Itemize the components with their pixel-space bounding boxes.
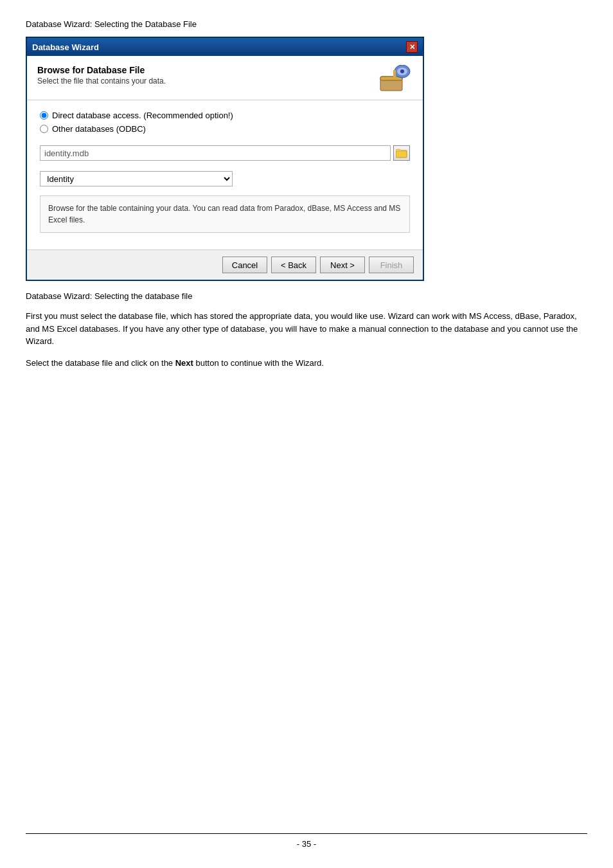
dialog-header-subtitle: Select the file that contains your data. [37,77,166,86]
paragraph-2: Select the database file and click on th… [26,357,587,370]
top-caption: Database Wizard: Selecting the Database … [26,19,587,29]
svg-rect-5 [393,70,396,78]
svg-rect-6 [396,150,407,158]
dialog-titlebar: Database Wizard ✕ [27,38,423,56]
svg-point-4 [400,69,404,73]
file-path-input[interactable] [40,145,391,161]
radio-direct-label[interactable]: Direct database access. (Recommended opt… [40,111,410,120]
dialog-header-text: Browse for Database File Select the file… [37,65,166,86]
dialog-header-title: Browse for Database File [37,65,166,75]
cancel-button[interactable]: Cancel [222,257,267,273]
info-text: Browse for the table containing your dat… [48,204,400,224]
wizard-icon [379,65,413,93]
dialog-header: Browse for Database File Select the file… [27,56,423,100]
database-wizard-dialog: Database Wizard ✕ Browse for Database Fi… [26,37,424,281]
radio-odbc-label[interactable]: Other databases (ODBC) [40,124,410,134]
access-type-radio-group: Direct database access. (Recommended opt… [40,111,410,134]
finish-button[interactable]: Finish [369,257,414,273]
page-number: - 35 - [26,833,587,849]
radio-odbc[interactable] [40,125,48,133]
dialog-body: Direct database access. (Recommended opt… [27,100,423,249]
radio-direct-text: Direct database access. (Recommended opt… [52,111,233,120]
file-row [40,145,410,161]
dialog-footer: Cancel < Back Next > Finish [27,249,423,280]
browse-button[interactable] [393,145,410,161]
back-button[interactable]: < Back [271,257,316,273]
folder-icon [396,148,407,158]
paragraph-1: First you must select the database file,… [26,310,587,348]
paragraph-2-bold: Next [175,358,193,368]
below-caption: Database Wizard: Selecting the database … [26,291,587,301]
info-box: Browse for the table containing your dat… [40,195,410,233]
dialog-title: Database Wizard [32,42,99,52]
paragraph-2-prefix: Select the database file and click on th… [26,358,175,368]
next-button[interactable]: Next > [320,257,365,273]
radio-odbc-text: Other databases (ODBC) [52,124,146,134]
dialog-close-button[interactable]: ✕ [406,41,418,53]
radio-direct[interactable] [40,111,48,120]
table-dropdown[interactable]: Identity [40,171,233,186]
paragraph-2-suffix: button to continue with the Wizard. [193,358,324,368]
table-select-row: Identity [40,171,410,186]
